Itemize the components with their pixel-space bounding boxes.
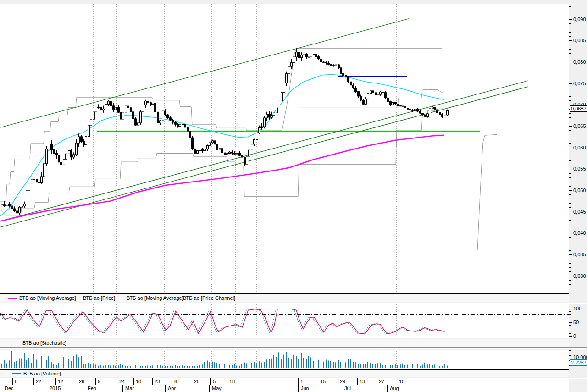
date-separator: [12, 378, 13, 385]
date-day-label: 5: [213, 379, 216, 384]
legend-label: ВТБ ао [Stochastic]: [22, 340, 66, 346]
date-separator: [95, 378, 96, 385]
legend-label: ВТБ ао [Volume]: [23, 371, 61, 376]
price-tick-label: 0,055: [573, 166, 586, 171]
divider: [0, 347, 587, 349]
price-tick-label: 0,040: [573, 230, 586, 236]
volume-legend-item-0: ВТБ ао [Volume]: [12, 370, 61, 377]
date-month-label: Mar: [125, 386, 134, 391]
price-panel: [0, 4, 569, 294]
date-month-label: May: [212, 386, 222, 391]
month-separator: [387, 385, 388, 392]
month-separator: [342, 385, 342, 392]
last-price-box: 0,0687: [570, 105, 587, 112]
date-month-label: Jul: [344, 386, 351, 391]
date-day-label: 8: [15, 379, 17, 384]
date-separator: [298, 378, 299, 385]
price-legend-row: ВТБ ао [Moving Average]ВТБ ао [Price]ВТБ…: [0, 294, 569, 302]
date-separator: [55, 378, 56, 385]
legend-label: ВТБ ао [Price Channel]: [183, 295, 235, 301]
volume-legend-row: ВТБ ао [Volume]: [0, 370, 569, 377]
price-legend-item-3: ВТБ ао [Price Channel]: [172, 295, 235, 301]
legend-label: ВТБ ао [Moving Average]: [19, 295, 76, 301]
date-day-label: 15: [320, 379, 326, 384]
price-tick-label: 0,065: [573, 123, 586, 129]
price-tick-label: 0,030: [573, 273, 586, 279]
date-month-label: 2015: [50, 386, 61, 391]
date-day-label: 22: [36, 379, 41, 384]
legend-line-sample: [72, 298, 80, 298]
month-separator: [165, 385, 166, 392]
date-separator: [192, 378, 192, 385]
stochastic-canvas[interactable]: [0, 304, 569, 338]
date-separator: [210, 378, 211, 385]
price-tick-label: 0,050: [573, 188, 586, 193]
price-legend-item-1: ВТБ ао [Price]: [72, 295, 115, 301]
legend-line-sample: [116, 298, 124, 298]
price-tick-label: 0,075: [573, 81, 586, 86]
stoch-tick-label: 50: [573, 320, 579, 325]
price-tick-label: 0,085: [573, 38, 586, 43]
month-separator: [298, 385, 299, 392]
stochastic-panel: [0, 304, 569, 338]
date-separator: [357, 378, 358, 385]
date-day-label: 1: [300, 379, 303, 384]
date-day-label: 12: [58, 379, 63, 384]
legend-line-sample: [172, 298, 180, 298]
date-separator: [117, 378, 117, 385]
date-day-label: 23: [155, 379, 160, 384]
month-separator: [2, 385, 2, 392]
date-day-label: 6: [174, 379, 177, 384]
stoch-tick-label: 0: [573, 333, 576, 339]
date-separator: [33, 378, 34, 385]
month-separator: [209, 385, 210, 392]
date-month-label: Jun: [301, 386, 309, 391]
date-day-label: 24: [119, 379, 125, 384]
date-separator: [563, 378, 563, 385]
date-day-label: 27: [379, 379, 384, 384]
date-month-label: Apr: [168, 386, 176, 391]
stoch-tick-label: 100: [573, 306, 581, 311]
month-separator: [122, 385, 123, 392]
divider: [0, 302, 587, 304]
date-day-label: 13: [360, 379, 365, 384]
date-day-label: 10: [136, 379, 141, 384]
date-separator: [397, 378, 397, 385]
date-separator: [172, 378, 172, 385]
price-tick-label: 0,090: [573, 17, 586, 22]
legend-line-sample: [12, 373, 21, 374]
date-axis-months: Dec2015FebMarAprMayJunJulAug: [0, 385, 569, 392]
date-separator: [152, 378, 153, 385]
date-month-label: Dec: [5, 386, 14, 391]
price-tick-label: 0,060: [573, 145, 586, 150]
date-axis-days: 8221226924102362051811529132710: [0, 378, 569, 385]
date-month-label: Feb: [88, 386, 96, 391]
date-day-label: 18: [229, 379, 235, 384]
legend-label: ВТБ ао [Price]: [83, 295, 115, 301]
date-separator: [133, 378, 134, 385]
price-tick-label: 0,045: [573, 209, 586, 215]
volume-value-box: 2 228 9: [570, 359, 587, 366]
date-separator: [77, 378, 77, 385]
legend-line-sample: [8, 298, 17, 299]
date-day-label: 10: [399, 379, 404, 384]
chart-window: 0,0300,0350,0400,0450,0500,0550,0600,065…: [0, 0, 587, 392]
date-day-label: 20: [194, 379, 199, 384]
legend-line-sample: [11, 343, 20, 343]
date-month-label: Aug: [390, 386, 399, 391]
price-legend-item-0: ВТБ ао [Moving Average]: [8, 295, 76, 301]
price-tick-label: 0,080: [573, 59, 586, 65]
stoch-legend-item-0: ВТБ ао [Stochastic]: [11, 340, 66, 346]
price-chart-canvas[interactable]: [0, 4, 569, 293]
date-separator: [227, 378, 227, 385]
date-separator: [318, 378, 318, 385]
volume-panel: [0, 350, 569, 370]
date-day-label: 29: [340, 379, 345, 384]
price-tick-label: 0,035: [573, 252, 586, 257]
stochastic-legend-row: ВТБ ао [Stochastic]: [0, 339, 569, 347]
volume-canvas[interactable]: [0, 350, 569, 369]
date-day-label: 9: [98, 379, 100, 384]
date-day-label: 26: [79, 379, 84, 384]
date-separator: [377, 378, 377, 385]
month-separator: [47, 385, 47, 392]
